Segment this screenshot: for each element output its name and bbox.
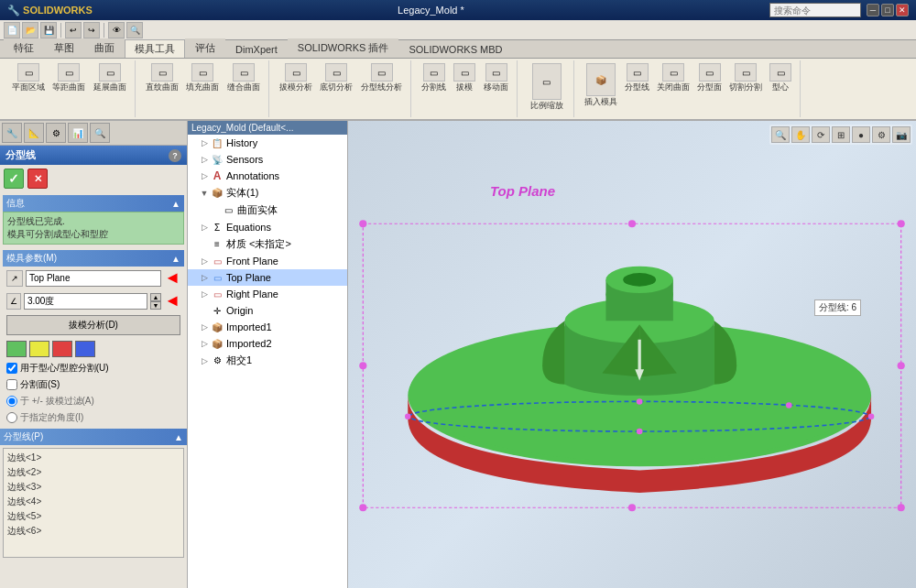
- spin-up-button[interactable]: ▲: [150, 293, 161, 301]
- parting-line-ribbon-icon[interactable]: ▭分型线: [622, 62, 652, 109]
- draft-analysis-icon[interactable]: ▭拔模分析: [277, 62, 315, 94]
- draft-filter-radio[interactable]: [6, 396, 17, 407]
- tree-item-annotations[interactable]: ▷ A Annotations: [188, 168, 347, 184]
- tree-item-solid-bodies[interactable]: ▼ 📦 实体(1): [188, 184, 347, 201]
- tree-item-top-plane[interactable]: ▷ ▭ Top Plane: [188, 269, 347, 286]
- tree-item-history[interactable]: ▷ 📋 History: [188, 135, 347, 151]
- vp-zoom-icon[interactable]: 🔍: [771, 126, 790, 143]
- parting-surface-icon[interactable]: ▭分型面: [694, 62, 725, 109]
- swatch-yellow[interactable]: [29, 341, 49, 357]
- save-icon[interactable]: 💾: [40, 22, 57, 38]
- tree-item-imported1[interactable]: ▷ 📦 Imported1: [188, 319, 347, 335]
- sensors-label: Sensors: [226, 154, 263, 165]
- feat-icon-5[interactable]: 🔍: [90, 123, 110, 143]
- tree-item-material[interactable]: ≡ 材质 <未指定>: [188, 235, 347, 253]
- vp-normal-icon[interactable]: ●: [852, 126, 870, 143]
- reject-button[interactable]: ✕: [27, 169, 48, 189]
- extend-surface-icon[interactable]: ▭延展曲面: [91, 62, 129, 94]
- vp-rotate-icon[interactable]: ⟳: [812, 126, 830, 143]
- parting-item-4[interactable]: 边线<4>: [5, 495, 181, 509]
- parting-analysis-icon[interactable]: ▭分型线分析: [358, 62, 405, 94]
- parting-item-6[interactable]: 边线<6>: [5, 524, 181, 539]
- tree-item-right-plane[interactable]: ▷ ▭ Right Plane: [188, 286, 347, 302]
- spin-down-button[interactable]: ▼: [150, 301, 161, 310]
- tree-item-front-plane[interactable]: ▷ ▭ Front Plane: [188, 253, 347, 269]
- split-line-icon[interactable]: ▭分割线: [419, 62, 449, 94]
- svg-point-20: [405, 413, 411, 419]
- tab-mold-tools[interactable]: 模具工具: [125, 39, 185, 58]
- mold-params-header[interactable]: 模具参数(M) ▲: [3, 250, 184, 267]
- tab-sw-mbd[interactable]: SOLIDWORKS MBD: [398, 41, 512, 58]
- tab-features[interactable]: 特征: [4, 38, 44, 58]
- knit-surface-icon[interactable]: ▭缝合曲面: [224, 62, 263, 94]
- tab-sw-plugins[interactable]: SOLIDWORKS 插件: [288, 38, 399, 58]
- undo-icon[interactable]: ↩: [65, 22, 82, 38]
- vp-photo-icon[interactable]: 📷: [892, 126, 911, 143]
- insert-mold-icon[interactable]: 📦插入模具: [582, 62, 620, 109]
- tree-item-origin[interactable]: ✛ Origin: [188, 302, 347, 319]
- scale-icon[interactable]: ▭比例缩放: [528, 62, 566, 113]
- tree-item-sensors[interactable]: ▷ 📡 Sensors: [188, 151, 347, 168]
- angle-input[interactable]: [24, 293, 147, 310]
- angle-radio[interactable]: [6, 412, 17, 423]
- cavity-icon[interactable]: ▭型心: [767, 62, 794, 109]
- parting-lines-header[interactable]: 分型线(P) ▲: [0, 429, 187, 445]
- draft-icon[interactable]: ▭拔模: [451, 62, 478, 94]
- plane-input[interactable]: [26, 270, 161, 287]
- parting-item-3[interactable]: 边线<3>: [5, 480, 181, 495]
- split-face-checkbox-row[interactable]: 分割面(S): [3, 376, 184, 393]
- tab-evaluate[interactable]: 评估: [185, 38, 225, 58]
- vp-settings-icon[interactable]: ⚙: [872, 126, 890, 143]
- swatch-red[interactable]: [52, 341, 72, 357]
- minimize-button[interactable]: ─: [867, 4, 879, 16]
- search-input[interactable]: [769, 3, 861, 17]
- parting-item-5[interactable]: 边线<5>: [5, 509, 181, 524]
- tab-surface[interactable]: 曲面: [84, 38, 125, 58]
- parting-item-2[interactable]: 边线<2>: [5, 465, 181, 480]
- angle-radio-row[interactable]: 于指定的角度(I): [3, 409, 184, 426]
- feat-icon-2[interactable]: 📐: [24, 123, 44, 143]
- swatch-green[interactable]: [6, 341, 27, 357]
- tree-item-equations[interactable]: ▷ Σ Equations: [188, 219, 347, 235]
- undercut-analysis-icon[interactable]: ▭底切分析: [317, 62, 355, 94]
- feat-icon-4[interactable]: 📊: [68, 123, 88, 143]
- tree-item-intersect1[interactable]: ▷ ⚙ 相交1: [188, 352, 347, 369]
- swatch-blue[interactable]: [75, 341, 95, 357]
- parting-line-header[interactable]: 分型线 ?: [0, 146, 187, 165]
- tree-item-surface-body[interactable]: ▭ 曲面实体: [188, 201, 347, 219]
- plane-region-icon[interactable]: ▭平面区域: [9, 62, 48, 94]
- open-icon[interactable]: 📂: [22, 22, 38, 38]
- new-icon[interactable]: 📄: [4, 22, 20, 38]
- vp-pan-icon[interactable]: ✋: [791, 126, 810, 143]
- angle-radio-label: 于指定的角度(I): [20, 411, 83, 424]
- close-surface-icon[interactable]: ▭关闭曲面: [654, 62, 692, 109]
- tree-root-label: Legacy_Mold (Default<...: [191, 123, 293, 133]
- viewport[interactable]: Top Plane 分型线: 6 🔍 ✋ ⟳ ⊞ ● ⚙ 📷: [348, 121, 916, 588]
- analysis-button[interactable]: 拔模分析(D): [6, 315, 180, 335]
- accept-button[interactable]: ✓: [4, 169, 24, 189]
- intersect1-label: 相交1: [226, 354, 252, 367]
- zoom-icon[interactable]: 🔍: [126, 22, 143, 38]
- draft-filter-radio-row[interactable]: 于 +/- 拔模过滤(A): [3, 393, 184, 409]
- parting-item-1[interactable]: 边线<1>: [5, 451, 181, 465]
- feat-icon-1[interactable]: 🔧: [2, 123, 22, 143]
- tab-sketch[interactable]: 草图: [44, 38, 84, 58]
- redo-icon[interactable]: ↪: [83, 22, 100, 38]
- ruled-surface-icon[interactable]: ▭直纹曲面: [143, 62, 181, 94]
- cavity-checkbox[interactable]: [6, 363, 17, 374]
- vp-fit-icon[interactable]: ⊞: [832, 126, 850, 143]
- split-face-checkbox[interactable]: [6, 379, 17, 390]
- close-button[interactable]: ✕: [896, 4, 909, 16]
- view-icon[interactable]: 👁: [108, 22, 125, 38]
- move-face-icon[interactable]: ▭移动面: [481, 62, 511, 94]
- feat-icon-3[interactable]: ⚙: [46, 123, 66, 143]
- maximize-button[interactable]: □: [881, 4, 894, 16]
- cavity-checkbox-row[interactable]: 用于型心/型腔分割(U): [3, 360, 184, 376]
- cut-split-icon[interactable]: ▭切割分割: [726, 62, 765, 109]
- help-icon[interactable]: ?: [169, 149, 181, 162]
- tab-dimxpert[interactable]: DimXpert: [225, 41, 288, 58]
- tree-item-imported2[interactable]: ▷ 📦 Imported2: [188, 335, 347, 352]
- offset-surface-icon[interactable]: ▭等距曲面: [49, 62, 88, 94]
- info-header[interactable]: 信息 ▲: [3, 195, 184, 212]
- fill-surface-icon[interactable]: ▭填充曲面: [183, 62, 222, 94]
